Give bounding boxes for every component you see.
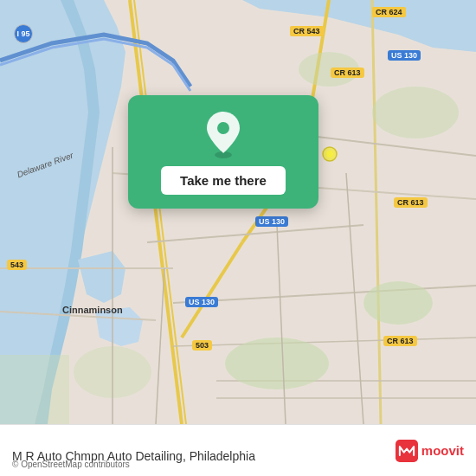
road-badge-i95: I 95 <box>14 24 33 43</box>
location-card: Take me there <box>128 95 318 209</box>
road-badge-us130-top: US 130 <box>388 50 421 61</box>
road-badge-cr613-mid: CR 613 <box>394 197 428 208</box>
bottom-bar: © OpenStreetMap contributors M R Auto Ch… <box>0 424 476 476</box>
moovit-logo: moovit <box>396 440 464 462</box>
road-badge-cr613-top: CR 613 <box>331 68 364 78</box>
map-container: I 95 CR 624 CR 543 US 130 CR 613 US 130 … <box>0 0 476 424</box>
road-badge-us130-mid: US 130 <box>255 216 288 227</box>
road-badge-us130-bot: US 130 <box>185 297 218 307</box>
moovit-logo-text: moovit <box>421 443 464 458</box>
road-badge-cr543-top: CR 543 <box>290 26 324 36</box>
take-me-there-button[interactable]: Take me there <box>161 166 286 195</box>
place-label-cinnaminson: Cinnaminson <box>62 305 123 315</box>
location-pin-icon <box>200 111 247 158</box>
copyright-text: © OpenStreetMap contributors <box>12 460 130 469</box>
svg-point-29 <box>217 122 229 134</box>
svg-point-16 <box>225 338 329 389</box>
road-badge-cr613-bot: CR 613 <box>383 336 417 346</box>
svg-point-27 <box>326 151 333 158</box>
road-badge-cr624: CR 624 <box>372 7 406 17</box>
road-badge-543-bot: 543 <box>7 260 27 270</box>
road-badge-503: 503 <box>192 340 212 351</box>
svg-point-17 <box>363 281 433 325</box>
svg-rect-20 <box>0 355 69 424</box>
svg-point-18 <box>372 87 459 138</box>
